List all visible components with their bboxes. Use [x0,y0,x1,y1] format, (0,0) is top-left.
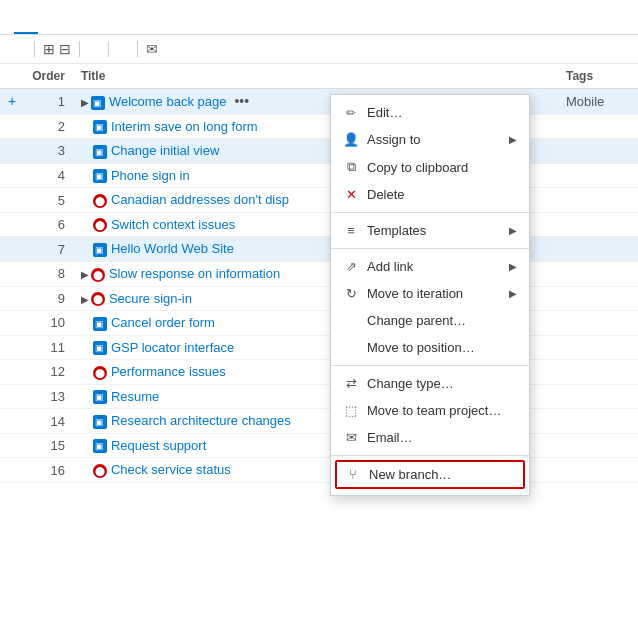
column-options-button[interactable] [117,46,129,52]
title-text[interactable]: Welcome back page [109,94,227,109]
story-icon: ▣ [93,415,107,429]
cell-tags [558,188,638,213]
menu-item-add_link[interactable]: ⇗Add link▶ [331,253,529,280]
separator-2 [79,41,80,57]
title-text[interactable]: Resume [111,389,159,404]
cell-order: 11 [24,335,73,360]
title-text[interactable]: Interim save on long form [111,119,258,134]
menu-item-move_team[interactable]: ⬚Move to team project… [331,397,529,424]
tab-backlog[interactable] [14,20,38,34]
cell-order: 1 [24,89,73,115]
cell-order: 3 [24,139,73,164]
edit-icon: ✏ [343,106,359,120]
title-text[interactable]: Phone sign in [111,168,190,183]
create-query-button[interactable] [88,46,100,52]
menu-item-email[interactable]: ✉Email… [331,424,529,451]
tab-board[interactable] [38,20,62,34]
separator-1 [34,41,35,57]
table-row[interactable]: 7▣Hello World Web Site [0,237,638,262]
title-text[interactable]: GSP locator interface [111,340,234,355]
bug-icon: ⬤ [93,218,107,232]
title-text[interactable]: Secure sign-in [109,291,192,306]
menu-label: Move to iteration [367,286,463,301]
context-menu: ✏Edit…👤Assign to▶⧉Copy to clipboard✕Dele… [330,94,530,496]
title-text[interactable]: Cancel order form [111,315,215,330]
menu-label: Assign to [367,132,420,147]
new-button[interactable] [14,46,26,52]
title-text[interactable]: Check service status [111,462,231,477]
collapse-icon[interactable]: ⊟ [59,41,71,57]
menu-item-change_parent[interactable]: Change parent… [331,307,529,334]
menu-label: Change parent… [367,313,466,328]
more-button[interactable]: ••• [234,93,249,109]
cell-tags: Mobile [558,89,638,115]
menu-separator [331,248,529,249]
expand-icon[interactable]: ▶ [81,294,89,305]
add-item-icon[interactable]: ⊞ [43,41,55,57]
table-row[interactable]: 11▣GSP locator interface [0,335,638,360]
team-icon: ⬚ [343,403,359,418]
table-row[interactable]: 13▣Resume [0,384,638,409]
cell-tags [558,335,638,360]
menu-label: Move to team project… [367,403,501,418]
cell-tags [558,409,638,434]
menu-label: Move to position… [367,340,475,355]
table-row[interactable]: 4▣Phone sign in [0,163,638,188]
table-container: Order Title Tags +1▶▣Welcome back page••… [0,64,638,483]
table-row[interactable]: 6⬤Switch context issues [0,212,638,237]
table-row[interactable]: 9▶⬤Secure sign-in [0,286,638,311]
table-row[interactable]: 10▣Cancel order form [0,311,638,336]
expand-icon[interactable]: ▶ [81,97,89,108]
cell-order: 2 [24,114,73,139]
story-icon: ▣ [93,390,107,404]
title-text[interactable]: Canadian addresses don't disp [111,192,289,207]
table-row[interactable]: 15▣Request support [0,433,638,458]
cell-order: 13 [24,384,73,409]
table-row[interactable]: 5⬤Canadian addresses don't disp [0,188,638,213]
table-row[interactable]: 12⬤Performance issues [0,360,638,385]
cell-order: 10 [24,311,73,336]
table-row[interactable]: 14▣Research architecture changes [0,409,638,434]
email-icon[interactable]: ✉ [146,41,158,57]
menu-item-change_type[interactable]: ⇄Change type… [331,370,529,397]
col-title: Title [73,64,558,89]
submenu-arrow: ▶ [509,134,517,145]
menu-label: Add link [367,259,413,274]
cell-tags [558,384,638,409]
table-row[interactable]: 8▶⬤Slow response on information [0,261,638,286]
title-text[interactable]: Slow response on information [109,266,280,281]
menu-item-new_branch[interactable]: ⑂New branch… [335,460,525,489]
menu-item-edit[interactable]: ✏Edit… [331,99,529,126]
title-text[interactable]: Switch context issues [111,217,235,232]
cell-tags [558,163,638,188]
cell-tags [558,458,638,483]
menu-item-move_position[interactable]: Move to position… [331,334,529,361]
cell-order: 16 [24,458,73,483]
menu-item-delete[interactable]: ✕Delete [331,181,529,208]
menu-item-assign_to[interactable]: 👤Assign to▶ [331,126,529,153]
expand-icon[interactable]: ▶ [81,269,89,280]
separator-4 [137,41,138,57]
table-row[interactable]: 3▣Change initial view [0,139,638,164]
table-row[interactable]: +1▶▣Welcome back page•••Mobile [0,89,638,115]
menu-item-move_iteration[interactable]: ↻Move to iteration▶ [331,280,529,307]
cell-order: 8 [24,261,73,286]
menu-item-templates[interactable]: ≡Templates▶ [331,217,529,244]
bug-icon: ⬤ [93,464,107,478]
cell-order: 9 [24,286,73,311]
title-text[interactable]: Change initial view [111,143,219,158]
title-text[interactable]: Research architecture changes [111,413,291,428]
type-icon: ⇄ [343,376,359,391]
bug-icon: ⬤ [91,292,105,306]
toolbar: ⊞ ⊟ ✉ [0,35,638,64]
add-row-icon[interactable]: + [8,93,16,109]
branch-icon: ⑂ [345,467,361,482]
title-text[interactable]: Performance issues [111,364,226,379]
menu-item-copy_clipboard[interactable]: ⧉Copy to clipboard [331,153,529,181]
title-text[interactable]: Hello World Web Site [111,241,234,256]
table-row[interactable]: 2▣Interim save on long form [0,114,638,139]
cell-tags [558,212,638,237]
table-row[interactable]: 16⬤Check service status [0,458,638,483]
menu-separator [331,455,529,456]
title-text[interactable]: Request support [111,438,206,453]
